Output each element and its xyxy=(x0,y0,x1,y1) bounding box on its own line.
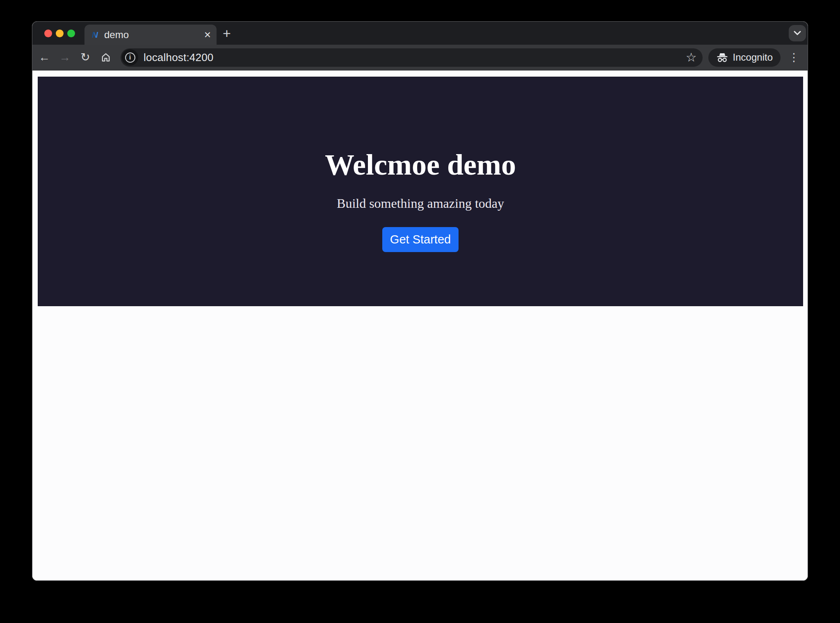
back-button[interactable]: ← xyxy=(39,52,50,63)
home-button[interactable] xyxy=(100,52,112,63)
tab-title: demo xyxy=(104,29,204,41)
hero-section: Welcmoe demo Build something amazing tod… xyxy=(38,77,803,306)
browser-menu-button[interactable]: ⋮ xyxy=(787,52,801,63)
get-started-button[interactable]: Get Started xyxy=(382,227,459,252)
site-info-icon: i xyxy=(125,52,135,63)
incognito-icon xyxy=(716,52,728,63)
hero-subtitle: Build something amazing today xyxy=(337,197,504,210)
tab-demo[interactable]: N demo × xyxy=(84,25,217,45)
incognito-badge: Incognito xyxy=(708,48,781,67)
site-info-button[interactable]: i xyxy=(122,49,138,66)
hero-title: Welcmoe demo xyxy=(325,150,516,180)
home-icon xyxy=(100,52,112,63)
reload-button[interactable]: ↻ xyxy=(80,52,91,63)
page-content: Welcmoe demo Build something amazing tod… xyxy=(32,70,808,581)
traffic-lights xyxy=(44,30,75,37)
address-bar[interactable]: i localhost:4200 ☆ xyxy=(121,48,703,67)
close-window-button[interactable] xyxy=(44,30,52,37)
new-tab-button[interactable]: + xyxy=(218,25,236,42)
tab-strip: N demo × + xyxy=(32,22,808,45)
browser-window: N demo × + ← → ↻ i localhost:4200 ☆ xyxy=(32,21,808,581)
zoom-window-button[interactable] xyxy=(67,30,75,37)
bookmark-star-icon[interactable]: ☆ xyxy=(686,51,697,64)
incognito-label: Incognito xyxy=(733,52,773,63)
tab-search-button[interactable] xyxy=(789,25,806,41)
chevron-down-icon xyxy=(793,31,801,36)
url-text[interactable]: localhost:4200 xyxy=(144,51,686,64)
minimize-window-button[interactable] xyxy=(56,30,64,37)
forward-button[interactable]: → xyxy=(59,52,71,63)
browser-toolbar: ← → ↻ i localhost:4200 ☆ Incognito xyxy=(32,45,808,70)
tab-close-icon[interactable]: × xyxy=(204,29,211,41)
nx-favicon-icon: N xyxy=(90,30,99,39)
